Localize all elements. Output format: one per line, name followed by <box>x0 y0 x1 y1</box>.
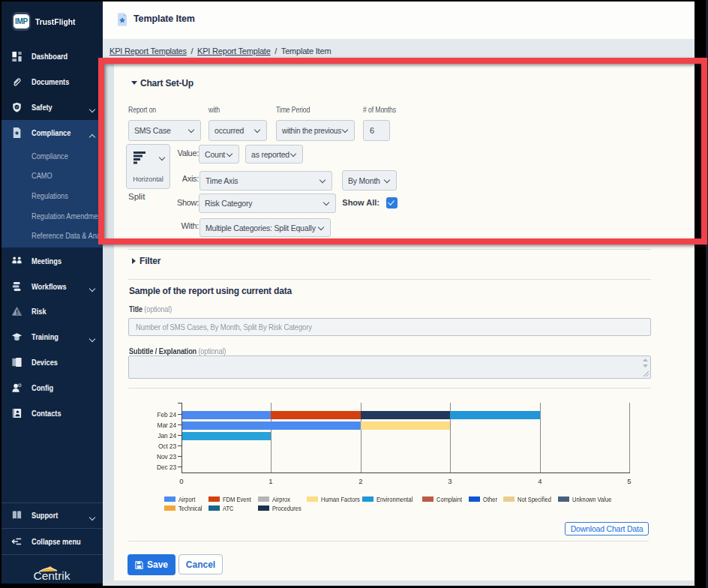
svg-text:Centrik: Centrik <box>33 569 70 582</box>
